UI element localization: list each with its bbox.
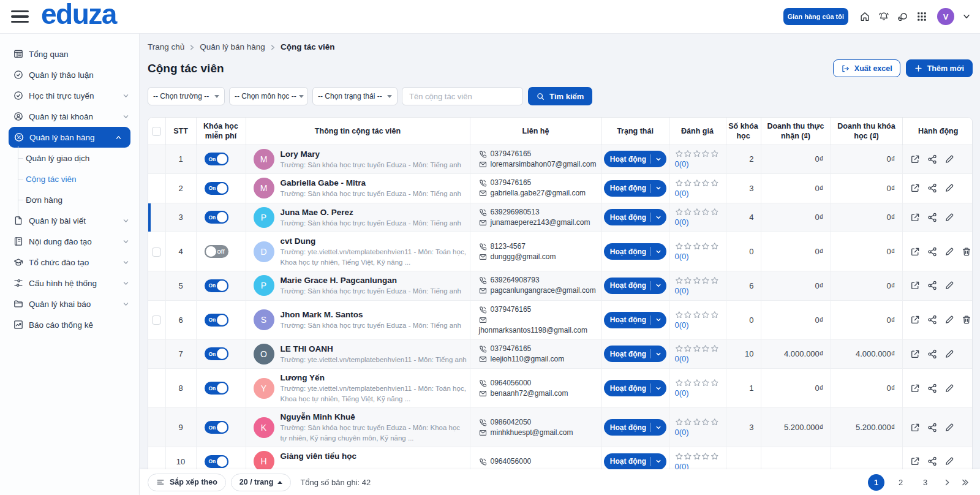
home-icon[interactable]	[859, 11, 870, 22]
rating-count-link[interactable]: 0(0)	[675, 428, 689, 437]
share-icon[interactable]	[927, 213, 937, 222]
status-dropdown-button[interactable]: Hoạt động	[604, 151, 666, 167]
share-icon[interactable]	[927, 247, 937, 257]
open-external-icon[interactable]	[910, 154, 920, 164]
breadcrumb-item-sales[interactable]: Quản lý bán hàng	[200, 42, 265, 51]
open-external-icon[interactable]	[910, 281, 920, 290]
add-new-button[interactable]: Thêm mới	[906, 59, 973, 77]
collaborator-name[interactable]: Lương Yến	[281, 372, 467, 383]
row-checkbox[interactable]	[152, 248, 161, 257]
collaborator-name[interactable]: Nguyễn Minh Khuê	[281, 412, 467, 422]
edit-icon[interactable]	[944, 456, 954, 466]
free-course-toggle[interactable]: On	[205, 382, 228, 395]
free-course-toggle[interactable]: On	[205, 182, 228, 195]
sidebar-item-quan-ly-bai-viet[interactable]: Quản lý bài viết	[0, 210, 139, 231]
open-external-icon[interactable]	[910, 423, 920, 433]
free-course-toggle[interactable]: On	[205, 314, 228, 327]
rating-count-link[interactable]: 0(0)	[675, 286, 689, 295]
collaborator-name[interactable]: Giảng viên tiểu học	[281, 451, 357, 461]
share-icon[interactable]	[927, 456, 937, 466]
free-course-toggle[interactable]: On	[205, 347, 228, 360]
status-select[interactable]: -- Chọn trạng thái --	[312, 87, 398, 105]
page-button-3[interactable]: 3	[917, 474, 933, 491]
row-checkbox[interactable]	[152, 316, 161, 325]
breadcrumb-item-home[interactable]: Trang chủ	[148, 42, 184, 51]
sidebar-item-quan-ly-ban-hang[interactable]: Quản lý bán hàng	[9, 127, 130, 148]
sidebar-item-to-chuc-dao-tao[interactable]: Tổ chức đào tạo	[0, 252, 139, 273]
share-icon[interactable]	[927, 315, 937, 325]
select-all-checkbox[interactable]	[152, 127, 161, 136]
delete-icon[interactable]	[962, 247, 971, 257]
rating-count-link[interactable]: 0(0)	[675, 320, 689, 330]
sidebar-item-quan-ly-tai-khoan[interactable]: Quản lý tài khoản	[0, 106, 139, 127]
page-button-1[interactable]: 1	[868, 474, 884, 491]
sidebar-item-noi-dung-dao-tao[interactable]: Nội dung đào tạo	[0, 231, 139, 252]
status-dropdown-button[interactable]: Hoạt động	[604, 209, 666, 225]
rating-count-link[interactable]: 0(0)	[675, 388, 689, 398]
free-course-toggle[interactable]: On	[205, 211, 228, 224]
sidebar-item-quan-ly-thao-luan[interactable]: Quản lý thảo luận	[0, 64, 139, 85]
sort-by-button[interactable]: Sắp xếp theo	[148, 474, 226, 491]
next-page-icon[interactable]	[943, 478, 951, 486]
sidebar-subitem-cong-tac-vien[interactable]: Cộng tác viên	[0, 168, 139, 189]
collaborator-name[interactable]: cvt Dung	[281, 236, 467, 246]
chat-icon[interactable]	[897, 11, 908, 22]
page-button-2[interactable]: 2	[892, 474, 909, 491]
status-dropdown-button[interactable]: Hoạt động	[604, 453, 666, 470]
edit-icon[interactable]	[944, 315, 954, 325]
edit-icon[interactable]	[944, 154, 954, 164]
share-icon[interactable]	[927, 349, 937, 359]
apps-grid-icon[interactable]	[916, 11, 927, 22]
rating-count-link[interactable]: 0(0)	[675, 217, 689, 227]
collaborator-name[interactable]: LE THI OANH	[281, 344, 467, 354]
school-select[interactable]: -- Chọn trường --	[148, 87, 225, 105]
status-dropdown-button[interactable]: Hoạt động	[604, 346, 666, 362]
edit-icon[interactable]	[944, 247, 954, 257]
collaborator-name[interactable]: Jhon Mark M. Santos	[281, 309, 461, 320]
page-size-select[interactable]: 20 / trang	[231, 474, 292, 491]
sidebar-item-quan-ly-khai-bao[interactable]: Quản lý khai báo	[0, 293, 139, 314]
sidebar-subitem-quan-ly-giao-dich[interactable]: Quản lý giao dịch	[0, 148, 139, 168]
sidebar-item-cau-hinh-he-thong[interactable]: Cấu hình hệ thống	[0, 273, 139, 293]
share-icon[interactable]	[927, 423, 937, 433]
share-icon[interactable]	[927, 183, 937, 193]
rating-count-link[interactable]: 0(0)	[675, 189, 689, 198]
my-store-button[interactable]: Gian hàng của tôi	[783, 8, 848, 25]
collaborator-name-input[interactable]	[402, 87, 523, 105]
open-external-icon[interactable]	[910, 456, 920, 466]
edit-icon[interactable]	[944, 423, 954, 433]
sidebar-item-hoc-thi-truc-tuyen[interactable]: Học thi trực tuyến	[0, 85, 139, 106]
free-course-toggle[interactable]: On	[205, 455, 228, 468]
collaborator-name[interactable]: Lory Mary	[281, 149, 461, 159]
share-icon[interactable]	[927, 384, 937, 393]
status-dropdown-button[interactable]: Hoạt động	[604, 278, 666, 294]
open-external-icon[interactable]	[910, 213, 920, 222]
collaborator-name[interactable]: Gabriella Gabe - Mitra	[281, 178, 461, 188]
open-external-icon[interactable]	[910, 247, 920, 257]
open-external-icon[interactable]	[910, 183, 920, 193]
edit-icon[interactable]	[944, 384, 954, 393]
open-external-icon[interactable]	[910, 384, 920, 393]
export-excel-button[interactable]: Xuất excel	[833, 59, 900, 77]
sidebar-subitem-don-hang[interactable]: Đơn hàng	[0, 189, 139, 210]
status-dropdown-button[interactable]: Hoạt động	[604, 380, 666, 396]
chevron-down-icon[interactable]	[962, 12, 971, 21]
delete-icon[interactable]	[962, 315, 971, 325]
sidebar-item-bao-cao-thong-ke[interactable]: Báo cáo thống kê	[0, 314, 139, 335]
bell-icon[interactable]	[878, 11, 889, 22]
sidebar-item-tong-quan[interactable]: Tổng quan	[0, 43, 139, 64]
edit-icon[interactable]	[944, 349, 954, 359]
last-page-icon[interactable]	[961, 478, 969, 486]
share-icon[interactable]	[927, 154, 937, 164]
edit-icon[interactable]	[944, 281, 954, 290]
share-icon[interactable]	[927, 281, 937, 290]
collaborator-name[interactable]: Marie Grace H. Pagcanlungan	[281, 275, 461, 285]
edit-icon[interactable]	[944, 183, 954, 193]
rating-count-link[interactable]: 0(0)	[675, 354, 689, 363]
open-external-icon[interactable]	[910, 349, 920, 359]
open-external-icon[interactable]	[910, 315, 920, 325]
free-course-toggle[interactable]: Off	[205, 245, 228, 258]
status-dropdown-button[interactable]: Hoạt động	[604, 180, 666, 197]
rating-count-link[interactable]: 0(0)	[675, 252, 689, 261]
collaborator-name[interactable]: Juna Mae O. Perez	[281, 207, 461, 217]
